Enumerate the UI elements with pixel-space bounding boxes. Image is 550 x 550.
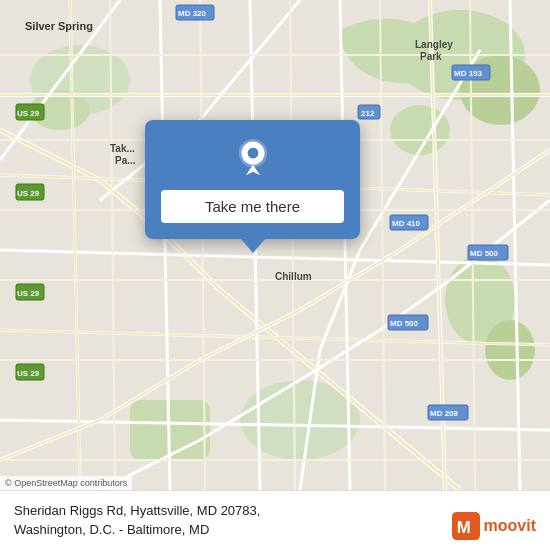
svg-text:MD 500: MD 500 [470, 249, 499, 258]
svg-text:MD 500: MD 500 [390, 319, 419, 328]
svg-text:212: 212 [361, 109, 375, 118]
svg-text:Pa...: Pa... [115, 155, 136, 166]
svg-text:Chillum: Chillum [275, 271, 312, 282]
bottom-bar: Sheridan Riggs Rd, Hyattsville, MD 20783… [0, 490, 550, 550]
svg-text:M: M [456, 518, 470, 537]
svg-text:Tak...: Tak... [110, 143, 135, 154]
address-line2: Washington, D.C. - Baltimore, MD [14, 521, 260, 539]
svg-text:Silver Spring: Silver Spring [25, 20, 93, 32]
svg-point-5 [485, 320, 535, 380]
address-block: Sheridan Riggs Rd, Hyattsville, MD 20783… [14, 502, 260, 538]
popup-card: Take me there [145, 120, 360, 239]
osm-text: © OpenStreetMap contributors [5, 478, 127, 488]
svg-text:Park: Park [420, 51, 442, 62]
svg-text:US 29: US 29 [17, 369, 40, 378]
location-pin-icon [233, 138, 273, 178]
moovit-logo: M moovit [452, 512, 536, 540]
svg-text:MD 320: MD 320 [178, 9, 207, 18]
moovit-text: moovit [484, 517, 536, 535]
svg-text:MD 193: MD 193 [454, 69, 483, 78]
address-line1: Sheridan Riggs Rd, Hyattsville, MD 20783… [14, 502, 260, 520]
svg-text:MD 208: MD 208 [430, 409, 459, 418]
take-me-there-button[interactable]: Take me there [161, 190, 344, 223]
svg-text:Langley: Langley [415, 39, 453, 50]
svg-point-40 [247, 148, 258, 159]
map-container: Silver Spring Langley Park Tak... Pa... … [0, 0, 550, 490]
svg-text:MD 410: MD 410 [392, 219, 421, 228]
svg-text:US 29: US 29 [17, 289, 40, 298]
moovit-icon: M [452, 512, 480, 540]
svg-text:US 29: US 29 [17, 189, 40, 198]
svg-text:US 29: US 29 [17, 109, 40, 118]
osm-credit: © OpenStreetMap contributors [0, 476, 132, 490]
map-svg: Silver Spring Langley Park Tak... Pa... … [0, 0, 550, 490]
